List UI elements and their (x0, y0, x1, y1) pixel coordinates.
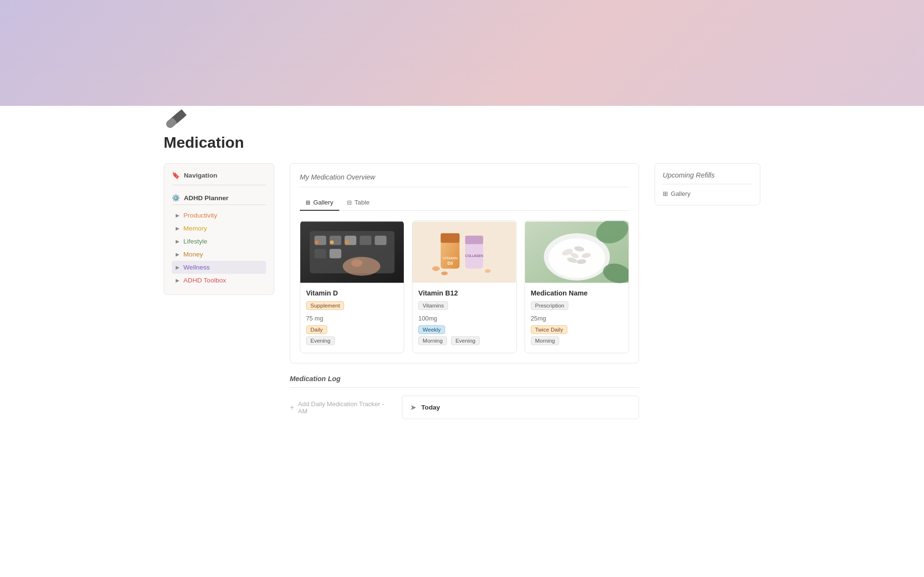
chevron-right-icon: ▶ (176, 252, 180, 257)
today-button[interactable]: ➤ Today (402, 396, 639, 419)
med-name: Vitamin D (306, 289, 398, 297)
tag-daily: Daily (306, 325, 327, 334)
svg-rect-9 (359, 236, 371, 245)
svg-point-28 (485, 269, 491, 273)
svg-rect-20 (441, 233, 460, 243)
sidebar-header-label: Navigation (184, 172, 218, 179)
med-card-medication-name[interactable]: Medication Name Prescription 25mg Twice … (525, 220, 629, 353)
medication-name-image (525, 221, 629, 283)
svg-point-26 (432, 266, 440, 271)
sidebar-adhd-planner[interactable]: ⚙️ ADHD Planner (172, 191, 266, 205)
sidebar-item-money[interactable]: ▶ Money (172, 248, 266, 261)
med-card-image: VITAMIN D3 COLLAGEN (412, 221, 516, 283)
med-card-vitamin-d[interactable]: Vitamin D Supplement 75 mg Daily Evening (300, 220, 404, 353)
plus-icon: + (290, 403, 294, 412)
upcoming-gallery-label: Gallery (671, 190, 691, 197)
med-name: Medication Name (531, 289, 623, 297)
svg-point-14 (330, 241, 334, 244)
sidebar-item-label: Wellness (183, 264, 210, 271)
sidebar-item-label: ADHD Toolbox (183, 277, 226, 284)
medication-overview-section: My Medication Overview ⊞ Gallery ⊟ Table (290, 163, 639, 363)
adhd-planner-icon: ⚙️ (172, 194, 180, 202)
chevron-right-icon: ▶ (176, 213, 180, 218)
med-card-image (525, 221, 629, 283)
gallery-icon: ⊞ (306, 199, 310, 206)
svg-point-27 (441, 271, 448, 275)
tab-gallery-label: Gallery (313, 199, 334, 206)
svg-point-31 (549, 239, 605, 278)
vitamin-b12-image: VITAMIN D3 COLLAGEN (412, 221, 516, 283)
chevron-right-icon: ▶ (176, 239, 180, 244)
medication-overview-title: My Medication Overview (300, 173, 629, 187)
med-dosage: 75 mg (306, 315, 398, 322)
med-card-image (300, 221, 404, 283)
tag-weekly: Weekly (418, 325, 445, 334)
sidebar-header: 🔖 Navigation (172, 171, 266, 185)
today-arrow-icon: ➤ (410, 403, 416, 412)
med-card-body: Vitamin D Supplement 75 mg Daily Evening (300, 283, 404, 353)
med-tags: Prescription (531, 301, 623, 312)
table-icon: ⊟ (347, 199, 352, 206)
gallery-icon-small: ⊞ (663, 190, 668, 197)
med-time-tags: Morning Evening (418, 336, 510, 347)
med-name: Vitamin B12 (418, 289, 510, 297)
med-card-body: Medication Name Prescription 25mg Twice … (525, 283, 629, 353)
svg-rect-24 (465, 236, 483, 244)
today-label: Today (421, 404, 440, 411)
medication-log-row: + Add Daily Medication Tracker - AM ➤ To… (290, 396, 639, 419)
sidebar-item-wellness[interactable]: ▶ Wellness (172, 261, 266, 274)
tab-table[interactable]: ⊟ Table (341, 195, 375, 211)
svg-rect-18 (412, 221, 516, 282)
vitamin-d-image (300, 221, 404, 283)
med-schedule-tags: Twice Daily (531, 325, 623, 336)
hero-banner (0, 0, 924, 106)
med-tags: Vitamins (418, 301, 510, 312)
pill-icon (163, 107, 189, 132)
svg-rect-11 (314, 249, 326, 258)
med-schedule-tags: Weekly (418, 325, 510, 336)
tag-supplement: Supplement (306, 301, 344, 310)
tab-gallery[interactable]: ⊞ Gallery (300, 195, 339, 211)
med-dosage: 25mg (531, 315, 623, 322)
tag-evening: Evening (451, 336, 480, 345)
tag-prescription: Prescription (531, 301, 569, 310)
sidebar: 🔖 Navigation ⚙️ ADHD Planner ▶ Productiv… (164, 163, 274, 295)
med-schedule-tags: Daily (306, 325, 398, 336)
svg-text:COLLAGEN: COLLAGEN (465, 254, 483, 257)
med-card-vitamin-b12[interactable]: VITAMIN D3 COLLAGEN (412, 220, 516, 353)
upcoming-refills-title: Upcoming Refills (663, 171, 752, 184)
med-dosage: 100mg (418, 315, 510, 322)
svg-text:VITAMIN: VITAMIN (443, 256, 458, 260)
tag-evening: Evening (306, 336, 335, 345)
svg-point-13 (315, 241, 319, 244)
main-content: My Medication Overview ⊞ Gallery ⊟ Table (290, 163, 639, 419)
med-time-tags: Evening (306, 336, 398, 347)
right-sidebar: Upcoming Refills ⊞ Gallery (654, 163, 760, 205)
sidebar-item-adhd-toolbox[interactable]: ▶ ADHD Toolbox (172, 274, 266, 287)
chevron-right-icon: ▶ (176, 278, 180, 283)
upcoming-refills-gallery[interactable]: ⊞ Gallery (663, 190, 752, 197)
sidebar-item-memory[interactable]: ▶ Memory (172, 222, 266, 235)
add-tracker-label: Add Daily Medication Tracker - AM (298, 400, 394, 415)
medication-gallery: Vitamin D Supplement 75 mg Daily Evening (300, 220, 629, 353)
sidebar-item-label: Memory (183, 225, 207, 232)
med-card-body: Vitamin B12 Vitamins 100mg Weekly Mornin… (412, 283, 516, 353)
tag-morning: Morning (418, 336, 447, 345)
med-time-tags: Morning (531, 336, 623, 347)
chevron-right-icon: ▶ (176, 265, 180, 270)
svg-rect-10 (375, 236, 386, 245)
tab-table-label: Table (355, 199, 370, 206)
medication-log-title: Medication Log (290, 375, 639, 388)
tag-morning: Morning (531, 336, 560, 345)
page-title: Medication (164, 134, 760, 152)
svg-point-15 (345, 241, 349, 244)
sidebar-item-productivity[interactable]: ▶ Productivity (172, 209, 266, 222)
svg-text:D3: D3 (448, 261, 453, 266)
med-tags: Supplement (306, 301, 398, 312)
sidebar-item-lifestyle[interactable]: ▶ Lifestyle (172, 235, 266, 248)
bookmark-icon: 🔖 (172, 171, 180, 179)
tag-twice-daily: Twice Daily (531, 325, 567, 334)
add-tracker-button[interactable]: + Add Daily Medication Tracker - AM (290, 397, 394, 419)
sidebar-item-label: Lifestyle (183, 238, 207, 245)
svg-point-17 (351, 259, 362, 267)
